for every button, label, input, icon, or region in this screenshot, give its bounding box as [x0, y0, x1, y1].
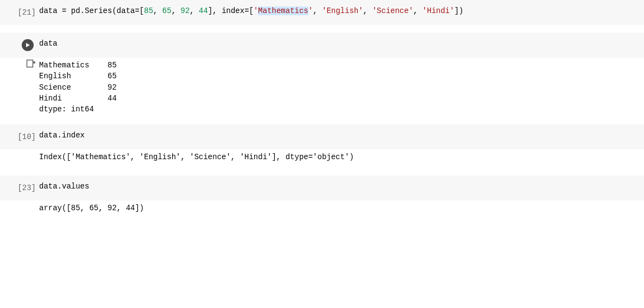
code-input[interactable]: data.values	[39, 179, 644, 194]
cell-gutter: [23]	[0, 179, 39, 197]
svg-marker-0	[26, 43, 30, 47]
code-input[interactable]: data = pd.Series(data=[85, 65, 92, 44], …	[39, 3, 644, 18]
exec-count: [23]	[17, 184, 36, 192]
output-icon	[26, 59, 36, 68]
exec-count: [10]	[17, 133, 36, 141]
run-cell-icon[interactable]	[22, 39, 34, 51]
cell-gutter: [21]	[0, 3, 39, 22]
code-output: array([85, 65, 92, 44])	[39, 200, 644, 216]
cell-gutter: [10]	[0, 128, 39, 146]
notebook-cell: [23]data.valuesarray([85, 65, 92, 44])	[0, 175, 644, 219]
svg-rect-1	[27, 60, 33, 67]
notebook-cell: dataMathematics 85 English 65 Science 92…	[0, 33, 644, 117]
cell-output-row: Mathematics 85 English 65 Science 92 Hin…	[0, 58, 644, 117]
cell-gutter	[0, 36, 39, 54]
cell-input-row[interactable]: data	[0, 33, 644, 58]
output-gutter	[0, 200, 39, 219]
notebook-cell: [21]data = pd.Series(data=[85, 65, 92, 4…	[0, 0, 644, 25]
cell-input-row[interactable]: [10]data.index	[0, 124, 644, 149]
code-input[interactable]: data	[39, 36, 644, 51]
code-input[interactable]: data.index	[39, 128, 644, 143]
output-gutter	[0, 58, 39, 76]
code-output: Mathematics 85 English 65 Science 92 Hin…	[39, 58, 644, 117]
notebook-cell: [10]data.indexIndex(['Mathematics', 'Eng…	[0, 124, 644, 168]
cell-input-row[interactable]: [23]data.values	[0, 175, 644, 200]
cell-input-row[interactable]: [21]data = pd.Series(data=[85, 65, 92, 4…	[0, 0, 644, 25]
output-gutter	[0, 149, 39, 168]
exec-count: [21]	[17, 8, 36, 17]
code-output: Index(['Mathematics', 'English', 'Scienc…	[39, 149, 644, 165]
cell-output-row: array([85, 65, 92, 44])	[0, 200, 644, 219]
cell-output-row: Index(['Mathematics', 'English', 'Scienc…	[0, 149, 644, 168]
